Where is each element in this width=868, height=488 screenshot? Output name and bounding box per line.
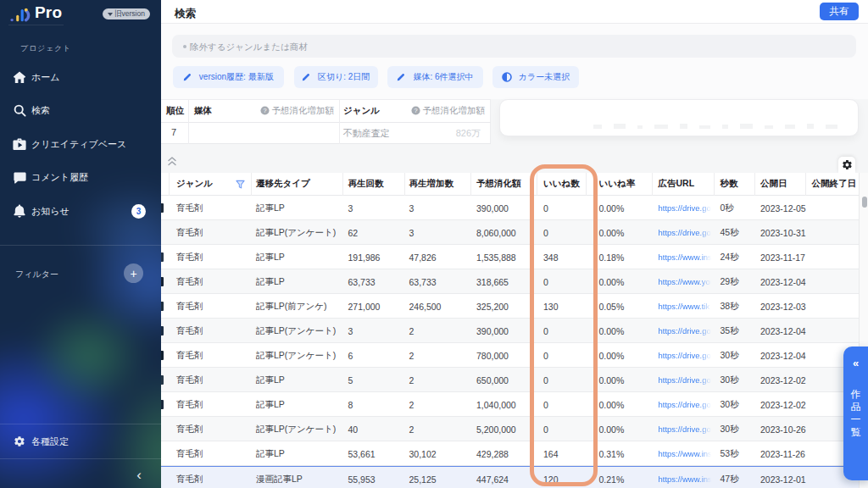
cell-ad-url: https://www.ins (652, 245, 714, 269)
filter-chip-1[interactable]: 区切り: 2日間 (294, 66, 379, 89)
home-icon (12, 69, 27, 85)
col-header-like-count[interactable]: いいね数 (537, 173, 586, 197)
cell-publish-date: 2023-12-01 (754, 467, 805, 488)
ad-url-link[interactable]: https://www.ins (659, 449, 713, 458)
col-header-publish-date[interactable]: 公開日 (754, 173, 805, 197)
sidebar-item-label: お知らせ (31, 205, 70, 218)
table-row[interactable]: 育毛剤記事LP(前アンケ)271,000246,500325,2001300.0… (161, 294, 859, 319)
ad-url-link[interactable]: https://drive.go (659, 424, 713, 434)
col-header-genre[interactable]: ジャンル (169, 173, 251, 197)
thumbnail-edge (161, 326, 164, 336)
cell-genre: 育毛剤 (169, 319, 251, 343)
works-list-tab[interactable]: « 作品一覧 (843, 347, 868, 481)
filter-chip-2[interactable]: 媒体: 6件選択中 (387, 66, 483, 89)
cell-like-count: 130 (537, 294, 586, 319)
col-header-ad-url[interactable]: 広告URL (652, 173, 714, 197)
cell-play-count: 62 (342, 220, 404, 245)
col-header-publish-end-date[interactable]: 公開終了日 (805, 173, 859, 197)
filter-funnel-icon[interactable] (236, 180, 245, 189)
filter-section: 除外するジャンルまたは商材 version履歴: 最新版区切り: 2日間媒体: … (161, 24, 868, 99)
sidebar-item-notifications[interactable]: お知らせ3 (0, 201, 161, 221)
cell-transition-type: 記事LP(前アンケ) (251, 294, 342, 319)
sidebar-item-comment-history[interactable]: コメント履歴 (0, 168, 161, 188)
old-version-button[interactable]: 旧version (103, 8, 150, 19)
cell-publish-end-date (805, 245, 859, 269)
sidebar-item-search[interactable]: 検索 (0, 101, 161, 121)
table-row[interactable]: 育毛剤記事LP63,73363,733318,66500.00%https://… (161, 269, 859, 294)
col-header-genre-info[interactable]: ? 予想消化増加額 (411, 105, 485, 117)
share-button[interactable]: 共有 (820, 3, 859, 20)
brand-logo-icon (10, 7, 34, 22)
col-header-expected-spend[interactable]: 予想消化額 (470, 173, 537, 197)
cell-play-increase: 47,826 (404, 245, 470, 269)
cell-ad-url: https://www.you (652, 269, 714, 294)
col-header-play-increase[interactable]: 再生増加数 (404, 173, 470, 197)
cell-seconds: 0秒 (714, 196, 755, 220)
scrollbar-thumb[interactable] (862, 197, 867, 208)
sidebar-item-home[interactable]: ホーム (0, 67, 161, 87)
faded-text-marks (593, 123, 839, 129)
cell-publish-end-date (805, 294, 859, 319)
col-header-media[interactable]: 媒体 (194, 105, 212, 117)
cell-like-rate: 0.00% (586, 417, 653, 441)
ad-url-link[interactable]: https://www.tik (659, 302, 713, 311)
cell-expected-spend: 429,288 (470, 441, 537, 466)
cell-play-count: 63,733 (342, 269, 404, 294)
cell-like-count: 120 (537, 467, 586, 488)
sidebar-collapse-button[interactable]: ‹ (132, 467, 146, 484)
cell-seconds: 24秒 (714, 245, 755, 269)
thumbnail-edge (161, 351, 164, 360)
table-row[interactable]: 育毛剤記事LP(アンケート)4025,200,00000.00%https://… (161, 417, 859, 441)
ad-url-link[interactable]: https://drive.go (659, 228, 713, 237)
cell-like-count: 0 (537, 220, 586, 245)
col-header-genre[interactable]: ジャンル (343, 105, 380, 117)
table-row[interactable]: 育毛剤記事LP821,040,00000.00%https://drive.go… (161, 392, 859, 417)
col-header-seconds[interactable]: 秒数 (714, 173, 755, 197)
table-row[interactable]: 育毛剤記事LP53,66130,102429,2881640.31%https:… (161, 441, 859, 466)
table-settings-button[interactable] (838, 157, 855, 173)
ad-url-link[interactable]: https://www.ins (659, 474, 713, 484)
ad-url-link[interactable]: https://drive.go (659, 203, 713, 213)
cell-like-rate: 0.00% (586, 269, 653, 294)
sidebar-item-creative-base[interactable]: クリエイティブベース (0, 134, 161, 154)
col-header-rank[interactable]: 順位 (166, 105, 184, 117)
sidebar-item-settings[interactable]: 各種設定 (0, 431, 161, 452)
divider (188, 100, 189, 144)
rank-table-row[interactable]: 7 不動産査定 826万 (161, 123, 491, 144)
cell-publish-date: 2023-10-31 (754, 220, 805, 245)
collapse-table-button[interactable] (167, 155, 177, 167)
col-header-transition-type[interactable]: 遷移先タイプ (251, 173, 342, 197)
table-row[interactable]: 育毛剤記事LP(アンケート)32390,00000.00%https://dri… (161, 319, 859, 343)
ad-url-link[interactable]: https://drive.go (659, 400, 713, 409)
cell-ad-url: https://drive.go (652, 343, 714, 368)
chip-label: 媒体: 6件選択中 (413, 71, 473, 83)
cell-play-increase: 25,125 (404, 467, 470, 488)
cell-play-increase: 2 (404, 392, 470, 417)
filter-chip-0[interactable]: version履歴: 最新版 (173, 66, 285, 89)
table-row[interactable]: 育毛剤記事LP33390,00000.00%https://drive.go0秒… (161, 196, 859, 220)
table-row[interactable]: 育毛剤記事LP(アンケート)6238,060,00000.00%https://… (161, 220, 859, 245)
table-row[interactable]: 育毛剤記事LP52650,00000.00%https://drive.go30… (161, 368, 859, 392)
filter-chip-3[interactable]: カラー未選択 (492, 66, 579, 89)
ad-url-link[interactable]: https://www.ins (659, 252, 713, 262)
table-row[interactable]: 育毛剤記事LP191,98647,8261,535,8883480.18%htt… (161, 245, 859, 269)
cell-seconds: 35秒 (714, 319, 755, 343)
col-header-play-count[interactable]: 再生回数 (342, 173, 404, 197)
cell-publish-date: 2023-12-04 (754, 343, 805, 368)
ad-url-link[interactable]: https://drive.go (659, 351, 713, 360)
ad-url-link[interactable]: https://drive.go (659, 375, 713, 385)
cell-publish-end-date (805, 319, 859, 343)
cell-genre: 育毛剤 (169, 368, 251, 392)
ad-url-link[interactable]: https://drive.go (659, 326, 713, 336)
table-row[interactable]: 育毛剤漫画記事LP55,95325,125447,6241200.21%http… (161, 466, 859, 488)
col-header-media-info[interactable]: ? 予想消化増加額 (260, 105, 334, 117)
table-row[interactable]: 育毛剤記事LP(アンケート)62780,00000.00%https://dri… (161, 343, 859, 368)
sidebar-item-label: 各種設定 (31, 435, 69, 448)
add-filter-button[interactable]: + (124, 263, 143, 283)
cell-play-count: 3 (342, 319, 404, 343)
col-header-like-rate[interactable]: いいね率 (586, 173, 653, 197)
exclude-search-input[interactable]: 除外するジャンルまたは商材 (172, 35, 856, 58)
cell-publish-end-date (805, 220, 859, 245)
ad-url-link[interactable]: https://www.you (659, 277, 713, 286)
cell-ad-url: https://www.ins (652, 467, 714, 488)
